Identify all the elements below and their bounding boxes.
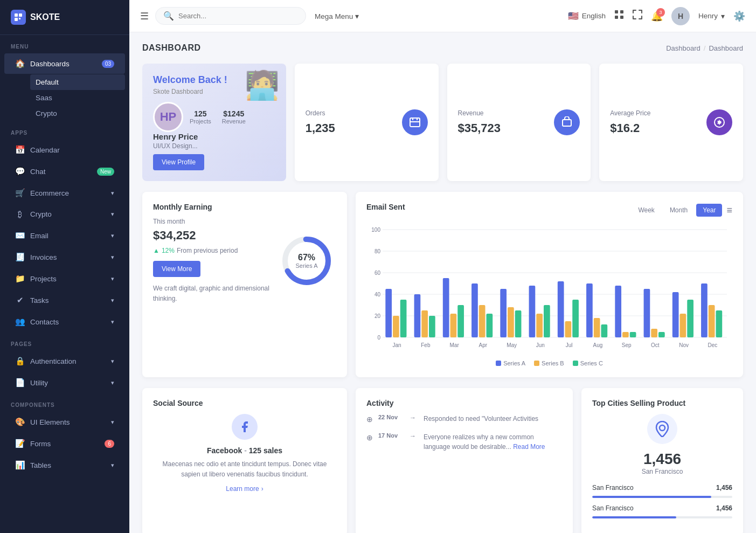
mega-menu-btn[interactable]: Mega Menu ▾ <box>315 12 359 20</box>
sidebar-item-forms[interactable]: 📝 Forms 6 <box>4 433 125 454</box>
svg-rect-47 <box>544 305 550 337</box>
email-header-right: Week Month Year ≡ <box>632 204 732 217</box>
svg-text:20: 20 <box>374 313 381 319</box>
read-more-link[interactable]: Read More <box>513 443 545 451</box>
sidebar-item-saas[interactable]: Saas <box>30 90 125 106</box>
main: ☰ 🔍 Mega Menu ▾ 🇺🇸 English <box>129 0 756 533</box>
city-progress-bar-1 <box>592 496 711 498</box>
ui-chevron: ▾ <box>111 419 114 426</box>
top-city-count: 1,456 <box>592 451 732 468</box>
grid-view-btn[interactable] <box>614 10 624 22</box>
svg-rect-51 <box>572 300 579 337</box>
svg-rect-38 <box>479 305 485 337</box>
svg-rect-39 <box>487 314 493 337</box>
sidebar-item-invoices[interactable]: 🧾 Invoices ▾ <box>4 247 125 267</box>
activity-arrow-1: → <box>410 414 416 421</box>
search-input[interactable] <box>178 12 298 20</box>
svg-text:Jun: Jun <box>536 342 545 348</box>
flag-icon: 🇺🇸 <box>568 11 579 21</box>
fullscreen-btn[interactable] <box>633 10 642 22</box>
email-chart-svg: 020406080100JanFebMarAprMayJunJulAugSepO… <box>366 224 732 354</box>
profile-stats: 125 Projects $1245 Revenue <box>190 109 246 124</box>
sidebar-item-ui-elements[interactable]: 🎨 UI Elements ▾ <box>4 412 125 432</box>
svg-rect-71 <box>716 310 723 337</box>
location-icon <box>647 414 677 444</box>
legend-series-c: Series C <box>573 360 603 366</box>
sidebar-item-crypto-sub[interactable]: Crypto <box>30 106 125 121</box>
search-box[interactable]: 🔍 <box>155 7 306 25</box>
sidebar-item-contacts[interactable]: 👥 Contacts ▾ <box>4 312 125 332</box>
tab-year[interactable]: Year <box>696 204 722 217</box>
legend-dot-c <box>573 361 578 366</box>
sidebar-item-ecommerce[interactable]: 🛒 Ecommerce ▾ <box>4 183 125 203</box>
profile-row: HP 125 Projects $1245 Revenue <box>153 102 275 132</box>
menu-section-label: MENU <box>0 35 129 53</box>
orders-icon <box>402 109 428 135</box>
monthly-amount: $34,252 <box>153 229 277 243</box>
calendar-icon: 📅 <box>15 145 25 155</box>
topbar-right: 🇺🇸 English 🔔 3 H <box>568 7 745 25</box>
monthly-body: This month $34,252 ▲ 12% From previous p… <box>153 218 336 304</box>
svg-rect-66 <box>680 314 686 337</box>
social-source-card: Social Source Facebook - 125 sales Maece… <box>142 388 347 533</box>
notifications-btn[interactable]: 🔔 3 <box>651 10 663 22</box>
top-cities-title: Top Cities Selling Product <box>592 399 732 407</box>
sidebar-item-authentication[interactable]: 🔒 Authentication ▾ <box>4 351 125 371</box>
city-row-2: San Francisco 1,456 <box>592 504 732 512</box>
revenue-value: $35,723 <box>458 121 501 135</box>
monthly-left: This month $34,252 ▲ 12% From previous p… <box>153 218 277 304</box>
profile-name: Henry Price <box>153 132 275 141</box>
activity-circle-icon-1: ⊕ <box>366 415 373 424</box>
activity-date-1: 22 Nov <box>378 414 402 420</box>
language-selector[interactable]: 🇺🇸 English <box>568 11 606 21</box>
sidebar-logo: SKOTE <box>0 0 129 35</box>
activity-title: Activity <box>366 399 562 407</box>
social-desc: Maecenas nec odio et ante tincidunt temp… <box>153 459 336 480</box>
svg-rect-30 <box>421 310 428 337</box>
tab-month[interactable]: Month <box>663 204 694 217</box>
svg-rect-4 <box>615 10 618 13</box>
sidebar-item-calendar[interactable]: 📅 Calendar <box>4 140 125 160</box>
user-menu[interactable]: Henry ▾ <box>698 12 725 20</box>
crypto-icon: ₿ <box>15 210 25 219</box>
legend-dot-b <box>534 361 539 366</box>
sidebar-item-tasks[interactable]: ✔ Tasks ▾ <box>4 290 125 310</box>
avg-price-icon <box>706 109 732 135</box>
chart-legend: Series A Series B Series C <box>366 360 732 366</box>
legend-series-b: Series B <box>534 360 564 366</box>
email-tabs: Week Month Year <box>632 204 722 217</box>
monthly-subtitle: This month <box>153 218 277 225</box>
sidebar-item-dashboards[interactable]: 🏠 Dashboards 03 <box>4 53 125 74</box>
menu-toggle-icon[interactable]: ☰ <box>140 10 149 22</box>
sidebar-item-crypto[interactable]: ₿ Crypto ▾ <box>4 204 125 224</box>
svg-text:Oct: Oct <box>651 342 660 348</box>
activity-card: Activity ⊕ 22 Nov → Responded to need "V… <box>356 388 573 533</box>
city-val-2: 1,456 <box>716 504 732 512</box>
sidebar-item-email[interactable]: ✉️ Email ▾ <box>4 225 125 246</box>
svg-rect-7 <box>620 16 623 19</box>
svg-rect-35 <box>457 305 464 337</box>
svg-text:Jul: Jul <box>566 342 573 348</box>
svg-rect-58 <box>622 332 629 337</box>
learn-more-link[interactable]: Learn more › <box>153 485 336 493</box>
svg-rect-42 <box>508 307 514 337</box>
sidebar-item-tables[interactable]: 📊 Tables ▾ <box>4 455 125 475</box>
chart-menu-icon[interactable]: ≡ <box>726 205 732 216</box>
settings-icon[interactable]: ⚙️ <box>733 10 745 22</box>
sidebar-item-chat[interactable]: 💬 Chat New <box>4 161 125 182</box>
view-profile-button[interactable]: View Profile <box>153 154 204 170</box>
svg-rect-65 <box>672 292 679 337</box>
svg-text:100: 100 <box>371 227 380 233</box>
ecommerce-icon: 🛒 <box>15 188 25 198</box>
view-more-button[interactable]: View More <box>153 261 200 277</box>
tab-week[interactable]: Week <box>632 204 661 217</box>
sidebar-item-utility[interactable]: 📄 Utility ▾ <box>4 372 125 393</box>
svg-rect-1 <box>19 13 22 17</box>
sidebar-item-projects[interactable]: 📁 Projects ▾ <box>4 268 125 289</box>
tables-icon: 📊 <box>15 460 25 470</box>
svg-text:May: May <box>507 342 517 348</box>
third-row: Social Source Facebook - 125 sales Maece… <box>142 388 743 533</box>
topbar: ☰ 🔍 Mega Menu ▾ 🇺🇸 English <box>129 0 756 32</box>
revenue-stat: $1245 Revenue <box>222 109 246 124</box>
sidebar-item-default[interactable]: Default <box>30 74 125 90</box>
